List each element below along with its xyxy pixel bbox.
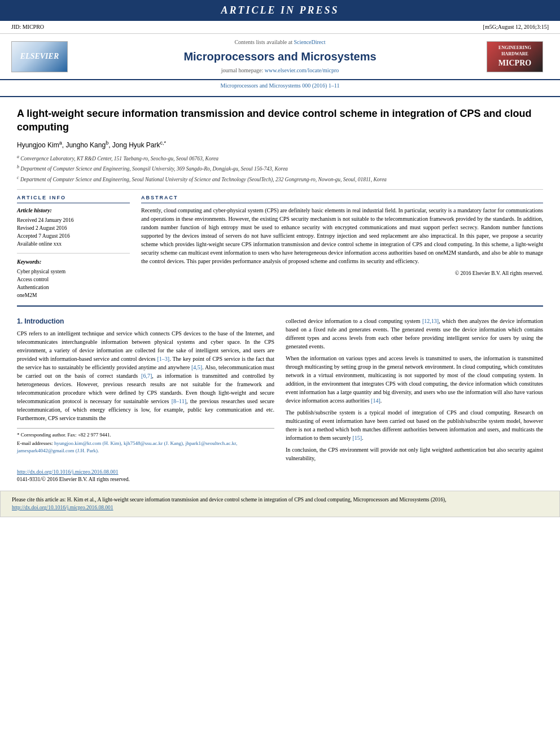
homepage-label: journal homepage: xyxy=(221,67,264,73)
revised-date: Revised 2 August 2016 xyxy=(17,224,130,232)
intro-para-1: CPS refers to an intelligent technique a… xyxy=(17,329,274,422)
contents-available: Contents lists available at ScienceDirec… xyxy=(73,38,487,46)
affiliation-c: c Department of Computer Science and Eng… xyxy=(17,174,543,184)
history-label: Article history: xyxy=(17,207,130,215)
right-para-2: When the information on various types an… xyxy=(286,354,543,405)
keyword-3: Authentication xyxy=(17,283,130,291)
keyword-4: oneM2M xyxy=(17,291,130,299)
history-divider xyxy=(17,253,130,254)
journal-ref: Microprocessors and Microsystems 000 (20… xyxy=(0,80,560,91)
sciencedirect-link[interactable]: ScienceDirect xyxy=(294,39,325,45)
ref-15[interactable]: [15] xyxy=(352,435,362,441)
top-meta: JID: MICPRO [m5G;August 12, 2016;3:15] xyxy=(0,21,560,34)
micpro-logo: ENGINEERING HARDWARE MICPRO xyxy=(487,41,543,72)
ref-1-3[interactable]: [1–3] xyxy=(157,356,169,362)
body-content: 1. Introduction CPS refers to an intelli… xyxy=(0,317,560,466)
right-para-1: collected device information to a cloud … xyxy=(286,317,543,351)
intro-heading: 1. Introduction xyxy=(17,317,274,326)
article-info-label: ARTICLE INFO xyxy=(17,194,130,203)
author-jungho: Jungho Kangb, xyxy=(65,141,112,149)
email-note: E-mail addresses: hyungjoo.kim@kt.com (H… xyxy=(17,440,274,454)
header-divider xyxy=(0,96,560,97)
body-left: 1. Introduction CPS refers to an intelli… xyxy=(17,317,274,466)
affiliation-b: b Department of Computer Science and Eng… xyxy=(17,164,543,173)
journal-header: ELSEVIER Contents lists available at Sci… xyxy=(0,34,560,80)
author-hyungjoo: Hyungjoo Kima, xyxy=(17,141,65,149)
citation-bar: Please cite this article as: H. Kim et a… xyxy=(0,491,560,517)
homepage-link[interactable]: www.elsevier.com/locate/micpro xyxy=(265,67,339,73)
doi-link[interactable]: http://dx.doi.org/10.1016/j.micpro.2016.… xyxy=(17,469,119,475)
ref-6-7[interactable]: [6,7] xyxy=(141,373,152,379)
body-right: collected device information to a cloud … xyxy=(286,317,543,466)
footnote-area: * Corresponding author. Fax: +82 2 977 9… xyxy=(17,428,274,454)
abstract-text: Recently, cloud computing and cyber-phys… xyxy=(141,206,543,265)
ref-4-5[interactable]: [4,5] xyxy=(191,364,202,370)
elsevier-logo-container: ELSEVIER xyxy=(11,41,73,72)
affil-divider xyxy=(17,189,543,190)
journal-ref-text: Microprocessors and Microsystems 000 (20… xyxy=(221,82,340,89)
micpro-logo-container: ENGINEERING HARDWARE MICPRO xyxy=(487,41,549,72)
journal-center-info: Contents lists available at ScienceDirec… xyxy=(73,38,487,75)
corresponding-text: * Corresponding author. Fax: +82 2 977 9… xyxy=(17,432,111,438)
article-content: A light-weight secure information transm… xyxy=(0,102,560,316)
article-info-col: ARTICLE INFO Article history: Received 2… xyxy=(17,194,130,300)
issn-text: 0141-9331/© 2016 Elsevier B.V. All right… xyxy=(17,477,130,482)
ref-8-11[interactable]: [8–11] xyxy=(172,398,186,404)
article-banner: ARTICLE IN PRESS xyxy=(0,0,560,21)
keyword-1: Cyber physical system xyxy=(17,268,130,276)
authors: Hyungjoo Kima, Jungho Kangb, Jong Hyuk P… xyxy=(17,139,543,150)
citation-doi-link[interactable]: http://dx.doi.org/10.1016/j.micpro.2016.… xyxy=(12,505,113,510)
jid-label: JID: MICPRO xyxy=(11,23,44,31)
elsevier-logo: ELSEVIER xyxy=(11,41,68,72)
right-para-4: In conclusion, the CPS environment will … xyxy=(286,445,543,462)
article-title: A light-weight secure information transm… xyxy=(17,107,543,134)
page: ARTICLE IN PRESS JID: MICPRO [m5G;August… xyxy=(0,0,560,747)
affiliations: a Convergence Laboratory, KT R&D Center,… xyxy=(17,154,543,184)
date-label: [m5G;August 12, 2016;3:15] xyxy=(483,23,549,31)
author-jong: Jong Hyuk Parkc,* xyxy=(112,141,166,149)
journal-homepage: journal homepage: www.elsevier.com/locat… xyxy=(73,67,487,75)
doi-area: http://dx.doi.org/10.1016/j.micpro.2016.… xyxy=(0,466,560,487)
email-label: E-mail addresses: xyxy=(17,440,53,446)
accepted-date: Accepted 7 August 2016 xyxy=(17,232,130,240)
banner-text: ARTICLE IN PRESS xyxy=(221,5,339,16)
abstract-label: ABSTRACT xyxy=(141,194,543,203)
affiliation-a: a Convergence Laboratory, KT R&D Center,… xyxy=(17,154,543,163)
right-para-3: The publish/subscribe system is a typica… xyxy=(286,408,543,442)
keywords-label: Keywords: xyxy=(17,258,130,266)
citation-text: Please cite this article as: H. Kim et a… xyxy=(12,497,447,503)
contents-label: Contents lists available at xyxy=(234,39,292,45)
info-abstract-row: ARTICLE INFO Article history: Received 2… xyxy=(17,194,543,300)
abstract-col: ABSTRACT Recently, cloud computing and c… xyxy=(141,194,543,300)
ref-12-13[interactable]: [12,13] xyxy=(422,318,439,324)
keyword-2: Access control xyxy=(17,276,130,283)
received-date: Received 24 January 2016 xyxy=(17,216,130,224)
corresponding-note: * Corresponding author. Fax: +82 2 977 9… xyxy=(17,431,274,439)
ref-14[interactable]: [14] xyxy=(371,397,380,404)
abstract-divider xyxy=(17,305,543,307)
copyright: © 2016 Elsevier B.V. All rights reserved… xyxy=(141,270,543,277)
journal-title: Microprocessors and Microsystems xyxy=(73,49,487,64)
available-date: Available online xxx xyxy=(17,240,130,248)
